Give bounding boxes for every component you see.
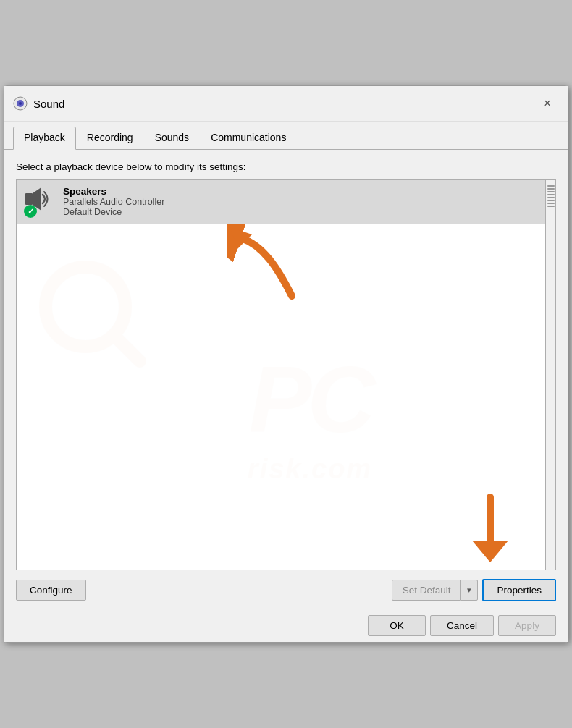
watermark-risk-text: risk.com: [248, 454, 372, 485]
scrollbar-line: [547, 191, 555, 192]
action-bar: Configure Set Default ▾ Properties: [4, 579, 568, 609]
svg-line-6: [114, 336, 140, 361]
tab-communications[interactable]: Communications: [200, 127, 297, 150]
tab-sounds[interactable]: Sounds: [144, 127, 200, 150]
device-info: Speakers Parallels Audio Controller Defa…: [63, 186, 164, 217]
apply-button[interactable]: Apply: [498, 615, 556, 636]
scrollbar-line: [547, 185, 555, 187]
dialog-title: Sound: [33, 98, 536, 110]
tab-playback[interactable]: Playback: [13, 127, 76, 150]
scrollbar-line: [547, 200, 555, 201]
ok-button[interactable]: OK: [368, 615, 426, 636]
tab-recording[interactable]: Recording: [76, 127, 144, 150]
device-subtitle: Parallels Audio Controller: [63, 197, 164, 207]
device-icon-area: ✓: [24, 186, 56, 218]
watermark-pc-text: PC: [249, 345, 371, 454]
scrollbar-line: [547, 197, 555, 198]
set-default-group: Set Default ▾: [392, 580, 479, 601]
sound-dialog: Sound × Playback Recording Sounds Commun…: [4, 85, 568, 643]
title-bar: Sound ×: [4, 86, 568, 122]
set-default-dropdown-button[interactable]: ▾: [460, 580, 478, 601]
set-default-button[interactable]: Set Default: [392, 580, 461, 601]
scrollbar-line: [547, 203, 555, 204]
svg-point-5: [46, 267, 125, 347]
svg-marker-10: [472, 541, 508, 562]
description-text: Select a playback device below to modify…: [16, 161, 556, 172]
device-status: Default Device: [63, 207, 164, 217]
svg-marker-8: [230, 227, 252, 249]
default-check-badge: ✓: [24, 205, 37, 218]
properties-button[interactable]: Properties: [482, 579, 556, 601]
close-button[interactable]: ×: [536, 92, 559, 115]
scrollbar-line: [547, 194, 555, 195]
configure-button[interactable]: Configure: [16, 580, 86, 601]
scrollbar-thumb: [547, 182, 555, 211]
scrollbar-line: [547, 206, 555, 207]
dialog-footer: OK Cancel Apply: [4, 609, 568, 642]
watermark: PC risk.com: [17, 224, 545, 570]
scrollbar[interactable]: [545, 180, 555, 570]
svg-rect-3: [25, 193, 33, 205]
scrollbar-line: [547, 188, 555, 190]
device-item-speakers[interactable]: ✓ Speakers Parallels Audio Controller De…: [17, 180, 555, 224]
content-area: Select a playback device below to modify…: [4, 150, 568, 579]
device-name: Speakers: [63, 186, 164, 197]
arrow-annotation-up: [227, 224, 314, 310]
watermark-magnifier: [31, 253, 147, 368]
arrow-annotation-down: [461, 490, 519, 562]
device-list[interactable]: ✓ Speakers Parallels Audio Controller De…: [16, 179, 556, 570]
svg-point-2: [19, 102, 22, 105]
cancel-button[interactable]: Cancel: [430, 615, 494, 636]
tab-bar: Playback Recording Sounds Communications: [4, 122, 568, 150]
dialog-icon: [13, 96, 28, 111]
